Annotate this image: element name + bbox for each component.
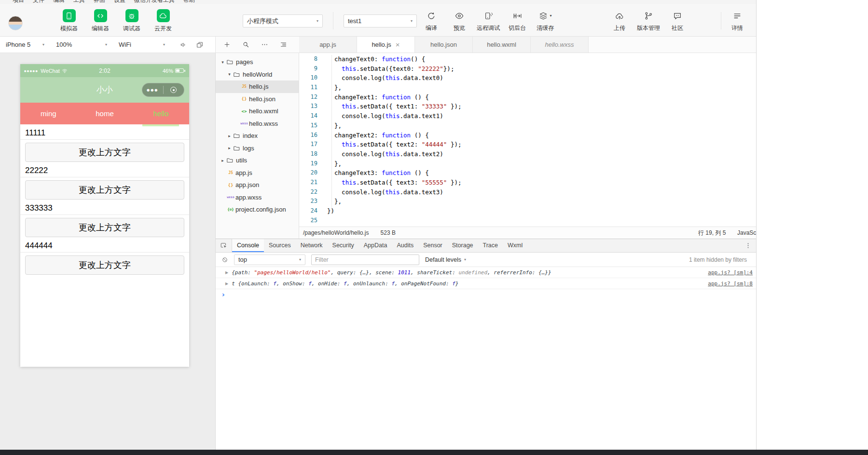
toolbar-version-control-button[interactable]: 版本管理	[637, 9, 660, 32]
device-select[interactable]: iPhone 5 ▾	[0, 37, 50, 53]
inspect-element-icon[interactable]	[216, 239, 232, 252]
editor-tab-hello-wxss[interactable]: hello.wxss	[531, 37, 589, 53]
toolbar-upload-button[interactable]: 上传	[609, 9, 630, 32]
devtools-tab-audits[interactable]: Audits	[392, 239, 418, 252]
chevron-right-icon[interactable]: ▸	[226, 146, 233, 150]
zoom-select-value: 100%	[56, 41, 72, 48]
chevron-down-icon[interactable]: ▾	[226, 72, 233, 77]
file-path: /pages/helloWorld/hello.js	[303, 229, 369, 236]
tree-item-hello-wxss[interactable]: wxsshello.wxss	[216, 118, 299, 130]
editor-tab-hello-json[interactable]: hello.json	[415, 37, 473, 53]
tree-item-index[interactable]: ▸index	[216, 130, 299, 142]
console-filter-input[interactable]	[311, 254, 419, 265]
phone-tab-hello[interactable]: hello	[133, 103, 189, 124]
phone-tab-ming[interactable]: ming	[20, 103, 77, 124]
toolbar-cloud-dev-button[interactable]: 云开发	[150, 9, 176, 33]
log-levels-select[interactable]: Default levels ▾	[425, 256, 466, 263]
disclosure-triangle-icon[interactable]: ▶	[225, 270, 228, 275]
line-number: 19	[299, 159, 317, 169]
code-text: },	[317, 83, 342, 93]
devtools-tab-sources[interactable]: Sources	[264, 239, 296, 252]
tree-item-pages[interactable]: ▾pages	[216, 56, 299, 68]
menu-item[interactable]: 设置	[114, 0, 125, 4]
tree-item-utils[interactable]: ▸utils	[216, 154, 299, 167]
home-capsule-button[interactable]	[164, 87, 184, 93]
console-source-link[interactable]: app.js? [sm]:8	[708, 281, 753, 287]
editor-status-bar: /pages/helloWorld/hello.js 523 B 行 19, 列…	[299, 227, 757, 239]
project-select[interactable]: test1 ▾	[344, 14, 417, 27]
devtools-tab-wxml[interactable]: Wxml	[503, 239, 527, 252]
toolbar-preview-button[interactable]: 预览	[449, 9, 470, 32]
menu-item[interactable]: 界面	[94, 0, 105, 4]
tree-item-hello-json[interactable]: {}hello.json	[216, 93, 299, 106]
console-output: ▶{path: "pages/helloWorld/hello", query:…	[216, 267, 757, 289]
menu-item[interactable]: 项目	[13, 0, 24, 4]
change-text-button[interactable]: 更改上方文字	[25, 180, 184, 200]
toolbar-debugger-button[interactable]: 调试器	[119, 9, 145, 33]
console-source-link[interactable]: app.js? [sm]:4	[708, 269, 753, 276]
toolbar-simulator-button[interactable]: 模拟器	[56, 9, 82, 33]
change-text-button[interactable]: 更改上方文字	[25, 255, 184, 275]
toolbar-compile-button[interactable]: 编译	[421, 9, 442, 32]
tree-item-app-json[interactable]: {}app.json	[216, 179, 299, 191]
menu-item[interactable]: 编辑	[53, 0, 65, 4]
toolbar-clear-cache-button[interactable]: ▾清缓存	[535, 9, 556, 32]
console-prompt[interactable]: ›	[216, 289, 757, 300]
tree-item-project-config-json[interactable]: {⊙}project.config.json	[216, 203, 299, 216]
detach-window-icon[interactable]	[196, 41, 204, 49]
kebab-menu-icon[interactable]	[744, 239, 752, 252]
toolbar-editor-button[interactable]: 编辑器	[87, 9, 113, 33]
toolbar-remote-debug-button[interactable]: 远程调试	[477, 9, 500, 32]
more-actions-button[interactable]	[261, 41, 268, 48]
tree-item-hello-wxml[interactable]: <>hello.wxml	[216, 105, 299, 118]
menu-item[interactable]: 微信开发者工具	[134, 0, 175, 4]
change-text-button[interactable]: 更改上方文字	[25, 218, 184, 237]
devtools-tab-sensor[interactable]: Sensor	[418, 239, 447, 252]
zoom-select[interactable]: 100% ▾	[50, 37, 113, 53]
devtools-tab-security[interactable]: Security	[328, 239, 359, 252]
close-icon[interactable]: ×	[396, 41, 400, 48]
chevron-right-icon[interactable]: ▸	[220, 158, 226, 163]
editor-tab-app-js[interactable]: app.js	[299, 37, 357, 53]
toolbar-switch-background-button[interactable]: 切后台	[507, 9, 528, 32]
cursor-position[interactable]: 行 19, 列 5	[698, 229, 726, 237]
outline-button[interactable]	[280, 41, 287, 48]
devtools-tab-storage[interactable]: Storage	[447, 239, 478, 252]
menu-item[interactable]: 文件	[33, 0, 44, 4]
context-select[interactable]: top ▾	[234, 254, 305, 265]
language-mode[interactable]: JavaScript	[737, 229, 757, 236]
code-lines: 8 changeText0: function() {9 this.setDat…	[299, 53, 757, 225]
disclosure-triangle-icon[interactable]: ▶	[225, 281, 228, 286]
devtools-tab-network[interactable]: Network	[296, 239, 328, 252]
code-editor[interactable]: 8 changeText0: function() {9 this.setDat…	[299, 53, 757, 227]
toolbar-community-button[interactable]: 社区	[667, 9, 688, 32]
network-select[interactable]: WiFi ▾	[113, 37, 171, 53]
devtools-tab-console[interactable]: Console	[232, 239, 264, 252]
menu-item[interactable]: 工具	[73, 0, 85, 4]
editor-tab-bar: app.jshello.js×hello.jsonhello.wxmlhello…	[299, 37, 589, 53]
mode-select[interactable]: 小程序模式 ▾	[243, 14, 323, 27]
tree-item-hello-js[interactable]: JShello.js	[216, 80, 299, 93]
add-file-button[interactable]	[223, 41, 231, 48]
volume-icon[interactable]	[179, 41, 187, 49]
battery-percent: 46%	[163, 68, 173, 74]
search-button[interactable]	[242, 41, 249, 48]
phone-tab-home[interactable]: home	[77, 103, 133, 124]
editor-tab-hello-wxml[interactable]: hello.wxml	[473, 37, 531, 53]
user-avatar[interactable]	[8, 16, 23, 30]
tree-item-app-wxss[interactable]: wxssapp.wxss	[216, 191, 299, 204]
editor-tab-hello-js[interactable]: hello.js×	[357, 37, 415, 53]
more-menu-icon[interactable]: ●●●	[142, 88, 163, 92]
capsule-menu[interactable]: ●●●	[142, 83, 184, 97]
devtools-tab-trace[interactable]: Trace	[478, 239, 503, 252]
chevron-right-icon[interactable]: ▸	[226, 134, 233, 138]
tree-item-logs[interactable]: ▸logs	[216, 142, 299, 155]
menu-item[interactable]: 帮助	[183, 0, 195, 4]
clear-console-icon[interactable]	[221, 256, 228, 263]
chevron-down-icon[interactable]: ▾	[220, 60, 226, 65]
tree-item-app-js[interactable]: JSapp.js	[216, 167, 299, 179]
change-text-button[interactable]: 更改上方文字	[25, 143, 184, 162]
tree-item-helloworld[interactable]: ▾helloWorld	[216, 68, 299, 81]
toolbar-details-button[interactable]: 详情	[727, 9, 748, 32]
devtools-tab-appdata[interactable]: AppData	[359, 239, 392, 252]
